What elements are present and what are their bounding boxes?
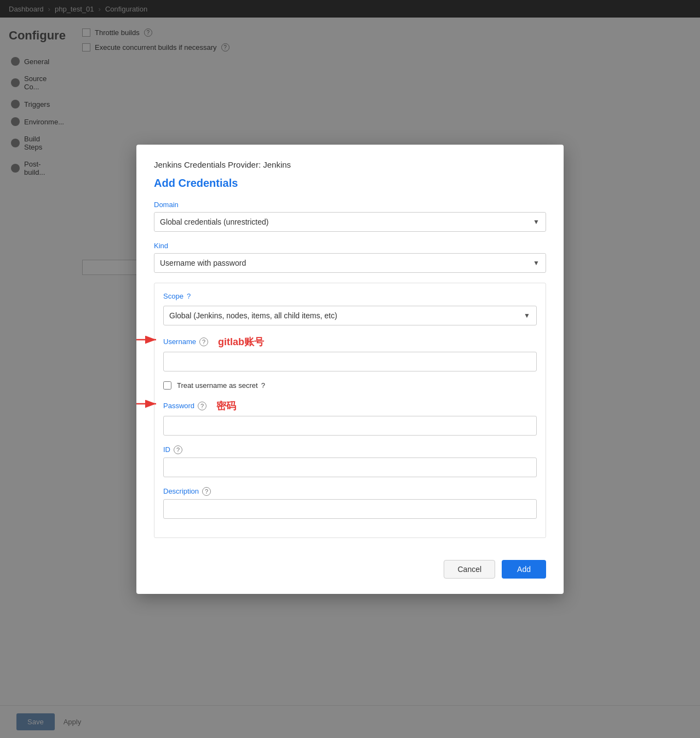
treat-username-checkbox[interactable] [163, 381, 171, 390]
description-help-icon[interactable]: ? [202, 487, 211, 496]
username-input[interactable] [163, 352, 537, 371]
id-group: ID ? [163, 445, 537, 477]
add-button[interactable]: Add [502, 560, 546, 579]
description-input[interactable] [163, 499, 537, 519]
password-group: Password ? 密码 [163, 399, 537, 436]
credentials-modal: Jenkins Credentials Provider: Jenkins Ad… [136, 145, 564, 594]
password-arrow-icon [136, 397, 160, 411]
password-annotation: 密码 [216, 399, 236, 413]
password-label: Password ? 密码 [163, 399, 537, 413]
treat-username-label: Treat username as secret ? [177, 381, 265, 390]
username-annotation: gitlab账号 [218, 335, 264, 348]
scope-field-group: Scope ? Global (Jenkins, nodes, items, a… [163, 292, 537, 325]
kind-group: Kind Username with password ▼ [154, 242, 546, 273]
scope-select-wrapper: Global (Jenkins, nodes, items, all child… [163, 306, 537, 325]
description-group: Description ? [163, 487, 537, 519]
username-label: Username ? gitlab账号 [163, 335, 537, 348]
treat-username-help-icon[interactable]: ? [261, 381, 265, 390]
scope-select[interactable]: Global (Jenkins, nodes, items, all child… [163, 306, 537, 325]
domain-label: Domain [154, 201, 546, 209]
username-arrow-icon [136, 333, 160, 347]
domain-select[interactable]: Global credentials (unrestricted) [154, 212, 546, 232]
password-help-icon[interactable]: ? [198, 402, 206, 410]
username-group: Username ? gitlab账号 [163, 335, 537, 371]
modal-overlay: Jenkins Credentials Provider: Jenkins Ad… [0, 0, 700, 738]
domain-group: Domain Global credentials (unrestricted)… [154, 201, 546, 232]
id-input[interactable] [163, 457, 537, 477]
scope-help-icon[interactable]: ? [187, 292, 191, 300]
modal-provider-title: Jenkins Credentials Provider: Jenkins [154, 160, 546, 169]
scope-group: Scope ? Global (Jenkins, nodes, items, a… [154, 283, 546, 538]
password-input[interactable] [163, 416, 537, 436]
kind-select[interactable]: Username with password [154, 253, 546, 273]
modal-section-title: Add Credentials [154, 177, 546, 190]
cancel-button[interactable]: Cancel [444, 560, 495, 579]
kind-label: Kind [154, 242, 546, 250]
id-help-icon[interactable]: ? [174, 445, 182, 454]
modal-footer: Cancel Add [154, 551, 546, 579]
username-help-icon[interactable]: ? [199, 337, 208, 346]
id-label: ID ? [163, 445, 537, 454]
treat-username-row: Treat username as secret ? [163, 381, 537, 390]
kind-select-wrapper: Username with password ▼ [154, 253, 546, 273]
description-label: Description ? [163, 487, 537, 496]
domain-select-wrapper: Global credentials (unrestricted) ▼ [154, 212, 546, 232]
scope-label: Scope ? [163, 292, 537, 300]
